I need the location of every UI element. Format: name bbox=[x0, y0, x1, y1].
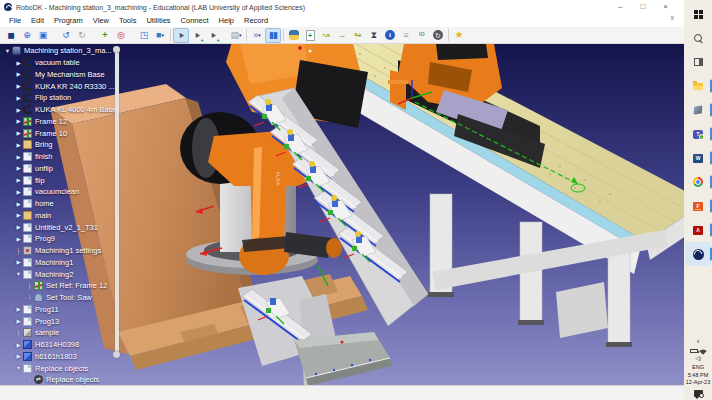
tree-item-replace-objects-child[interactable]: └ Replace objects bbox=[0, 374, 170, 385]
task-view-button[interactable] bbox=[685, 50, 711, 74]
tray-expand-icon[interactable]: ‹ bbox=[697, 338, 700, 346]
tree-item-prog11[interactable]: ▶ Prog11 bbox=[0, 304, 170, 316]
tree-expand-arrow[interactable]: ├ bbox=[14, 248, 23, 254]
tree-item-set-ref-frame-12[interactable]: ├ Set Ref: Frame 12 bbox=[0, 280, 170, 292]
tree-item-frame-12[interactable]: ▶ Frame 12 bbox=[0, 116, 170, 128]
acrobat-icon[interactable]: A bbox=[685, 218, 711, 242]
gap[interactable] bbox=[51, 28, 58, 43]
action-center-icon[interactable] bbox=[694, 390, 703, 397]
select-cursor-icon[interactable]: ▲ bbox=[173, 28, 189, 43]
tree-item-h6314h0398[interactable]: ▶ H6314H0398 bbox=[0, 339, 170, 351]
tree-item-frame-10[interactable]: ▶ Frame 10 bbox=[0, 127, 170, 139]
tree-item-sample[interactable]: ├ sample bbox=[0, 327, 170, 339]
search-button[interactable] bbox=[685, 26, 711, 50]
select-add-cursor-icon[interactable]: ▲ bbox=[205, 28, 221, 43]
tree-scrollbar[interactable] bbox=[113, 46, 120, 358]
start-button[interactable] bbox=[685, 2, 711, 26]
tree-item-prog13[interactable]: ▶ Prog13 bbox=[0, 315, 170, 327]
teams-icon[interactable]: T bbox=[685, 122, 711, 146]
tree-expand-arrow[interactable]: ▶ bbox=[14, 318, 23, 324]
3d-viewport[interactable]: KUKA bbox=[0, 44, 684, 385]
tree-item-home[interactable]: ▶ home bbox=[0, 198, 170, 210]
volume-icon[interactable]: ◁) bbox=[695, 356, 701, 362]
tree-expand-arrow[interactable]: ▶ bbox=[14, 201, 23, 207]
tree-expand-arrow[interactable]: ▶ bbox=[14, 60, 23, 66]
word-icon[interactable]: W bbox=[685, 146, 711, 170]
3d-print-tool-icon[interactable]: ▤▾ bbox=[228, 28, 244, 43]
tree-expand-arrow[interactable]: ▶ bbox=[14, 95, 23, 101]
python-script-icon[interactable] bbox=[286, 28, 302, 43]
tree-item-flip-station[interactable]: ▶ Flip station bbox=[0, 92, 170, 104]
tree-item-unflip[interactable]: ▶ unflip bbox=[0, 163, 170, 175]
tree-expand-arrow[interactable]: ▶ bbox=[14, 212, 23, 218]
chrome-icon[interactable] bbox=[685, 170, 711, 194]
tree-expand-arrow[interactable]: ▶ bbox=[14, 342, 23, 348]
tree-expand-arrow[interactable]: ├ bbox=[14, 330, 23, 336]
tree-expand-arrow[interactable]: ▶ bbox=[14, 259, 23, 265]
open-station-icon[interactable]: ◼ bbox=[3, 28, 19, 43]
f-app-icon[interactable]: F bbox=[685, 194, 711, 218]
move-reference-cursor-icon[interactable]: ▲ bbox=[189, 28, 205, 43]
tree-item-bring[interactable]: ▶ Bring bbox=[0, 139, 170, 151]
gap[interactable] bbox=[129, 28, 136, 43]
whats-new-icon[interactable]: ★ bbox=[451, 28, 467, 43]
tree-item-machining-station[interactable]: ▼ Machining station_3_ma... bbox=[0, 45, 170, 57]
gap[interactable] bbox=[90, 28, 97, 43]
save-station-icon[interactable]: ▣ bbox=[35, 28, 51, 43]
pause-simulation-icon[interactable]: ▮▮ bbox=[265, 28, 281, 43]
tree-item-kuka-kr-240[interactable]: ▶ KUKA KR 240 R3330 ... bbox=[0, 80, 170, 92]
menu-program[interactable]: Program bbox=[49, 15, 88, 26]
tree-expand-arrow[interactable]: ▶ bbox=[14, 107, 23, 113]
tree-expand-arrow[interactable]: ├ bbox=[25, 283, 34, 289]
tree-expand-arrow[interactable]: ▶ bbox=[14, 224, 23, 230]
menu-record[interactable]: Record bbox=[239, 15, 273, 26]
set-io-icon[interactable]: ≡ bbox=[398, 28, 414, 43]
tree-expand-arrow[interactable]: ▶ bbox=[14, 189, 23, 195]
tree-item-set-tool-saw[interactable]: └ Set Tool: Saw bbox=[0, 292, 170, 304]
tree-expand-arrow[interactable]: ▶ bbox=[14, 306, 23, 312]
tree-item-prog9[interactable]: ▶ Prog9 bbox=[0, 233, 170, 245]
maximize-button[interactable]: □ bbox=[640, 3, 645, 11]
move-linear-icon[interactable]: → bbox=[334, 28, 350, 43]
tree-expand-arrow[interactable]: ▶ bbox=[14, 83, 23, 89]
gap[interactable] bbox=[221, 28, 228, 43]
menu-connect[interactable]: Connect bbox=[176, 15, 214, 26]
tree-expand-arrow[interactable]: ▶ bbox=[14, 142, 23, 148]
tree-item-machining1-settings[interactable]: ├ Machining1 settings bbox=[0, 245, 170, 257]
tree-expand-arrow[interactable]: ▼ bbox=[3, 48, 12, 54]
tree-item-machining1[interactable]: ▶ Machining1 bbox=[0, 257, 170, 269]
menu-tools[interactable]: Tools bbox=[114, 15, 142, 26]
tree-expand-arrow[interactable]: ▶ bbox=[14, 154, 23, 160]
menu-utilities[interactable]: Utilities bbox=[141, 15, 175, 26]
tree-expand-arrow[interactable]: ▶ bbox=[14, 236, 23, 242]
tree-expand-arrow[interactable]: ▶ bbox=[14, 177, 23, 183]
minimize-button[interactable]: – bbox=[618, 3, 622, 11]
undo-icon[interactable]: ↺ bbox=[58, 28, 74, 43]
tree-expand-arrow[interactable]: ▶ bbox=[14, 71, 23, 77]
app-icon[interactable] bbox=[685, 98, 711, 122]
fast-simulation-icon[interactable]: »▾ bbox=[249, 28, 265, 43]
menu-file[interactable]: File bbox=[4, 15, 26, 26]
tree-item-vacuum-table[interactable]: ▶ vacuum table bbox=[0, 57, 170, 69]
wait-io-icon[interactable]: IO bbox=[414, 28, 430, 43]
clock[interactable]: 5:48 PM 12-Apr-23 bbox=[686, 372, 710, 386]
tree-item-finish[interactable]: ▶ finish bbox=[0, 151, 170, 163]
tree-expand-arrow[interactable]: ▶ bbox=[14, 118, 23, 124]
language-indicator[interactable]: ENG bbox=[692, 364, 704, 370]
pause-instruction-icon[interactable]: ⧗ bbox=[366, 28, 382, 43]
redo-icon[interactable]: ↻ bbox=[74, 28, 90, 43]
fit-all-icon[interactable]: ◳ bbox=[136, 28, 152, 43]
tree-item-main[interactable]: ▶ main bbox=[0, 210, 170, 222]
tree-expand-arrow[interactable]: ▶ bbox=[14, 353, 23, 359]
tree-expand-arrow[interactable]: ▼ bbox=[14, 365, 23, 371]
tree-item-machining2[interactable]: ▼ Machining2 bbox=[0, 268, 170, 280]
tree-expand-arrow[interactable]: ▼ bbox=[14, 271, 23, 277]
tree-item-vacuumclean[interactable]: ▶ vacuumclean bbox=[0, 186, 170, 198]
tree-expand-arrow[interactable]: ▶ bbox=[14, 165, 23, 171]
menu-view[interactable]: View bbox=[88, 15, 114, 26]
menu-edit[interactable]: Edit bbox=[26, 15, 49, 26]
tree-item-kuka-kl-4000[interactable]: ▶ KUKA KL 4000 4m Base bbox=[0, 104, 170, 116]
tree-item-untitled[interactable]: ▶ Untitled_v2_1_T31 bbox=[0, 221, 170, 233]
simulation-event-icon[interactable]: ↻ bbox=[430, 28, 446, 43]
tree-expand-arrow[interactable]: └ bbox=[25, 295, 34, 301]
